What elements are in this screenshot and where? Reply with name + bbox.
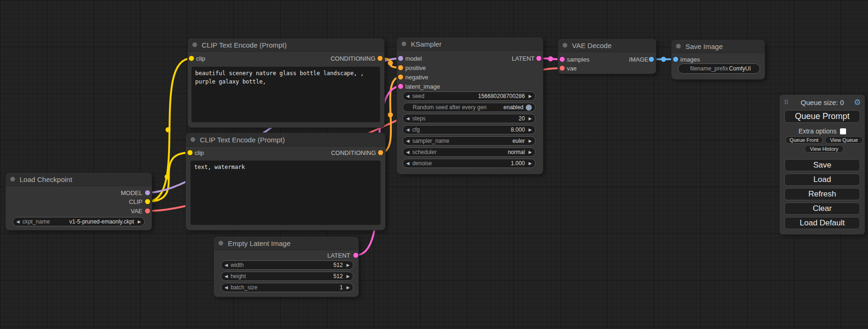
load-default-button[interactable]: Load Default [784, 217, 860, 229]
input-label-negative: negative [405, 74, 428, 81]
input-label-latent-image: latent_image [405, 83, 440, 90]
load-button[interactable]: Load [784, 174, 860, 186]
decrement-arrow-icon[interactable]: ◀ [406, 94, 409, 98]
node-graph-canvas[interactable]: Load Checkpoint MODEL CLIP VAE ◀ ckpt_na… [0, 0, 868, 329]
node-title-bar[interactable]: CLIP Text Encode (Prompt) [186, 133, 385, 147]
increment-arrow-icon[interactable]: ▶ [138, 220, 141, 224]
widget-value: 1 [339, 284, 343, 291]
input-port-negative[interactable] [398, 75, 403, 80]
queue-panel: ⠿ Queue size: 0 ⚙ Queue Prompt Extra opt… [780, 95, 865, 234]
widget-value: 512 [333, 273, 343, 280]
input-port-positive[interactable] [398, 65, 403, 70]
widget-random-seed-toggle[interactable]: Random seed after every gen enabled [402, 103, 536, 112]
output-port-latent[interactable] [536, 56, 542, 61]
increment-arrow-icon[interactable]: ▶ [529, 128, 532, 132]
input-port-latent-image[interactable] [398, 84, 403, 89]
widget-height[interactable]: ◀ height 512 ▶ [221, 272, 353, 281]
input-port-images[interactable] [673, 57, 678, 62]
node-ksampler[interactable]: KSampler model positive negative latent_… [397, 37, 543, 174]
prompt-textarea[interactable]: beautiful scenery nature glass bottle la… [191, 67, 380, 122]
output-port-latent[interactable] [353, 253, 359, 258]
decrement-arrow-icon[interactable]: ◀ [406, 150, 409, 154]
node-clip-text-encode-positive[interactable]: CLIP Text Encode (Prompt) clip CONDITION… [188, 38, 384, 127]
widget-seed[interactable]: ◀ seed 156680208700286 ▶ [402, 91, 536, 101]
output-port-vae[interactable] [145, 209, 150, 214]
save-button[interactable]: Save [784, 159, 860, 171]
output-port-clip[interactable] [145, 199, 150, 204]
widget-value: euler [512, 138, 525, 144]
extra-options-checkbox[interactable] [840, 128, 846, 134]
input-port-vae[interactable] [560, 66, 565, 71]
output-port-conditioning[interactable] [378, 150, 383, 155]
queue-front-button[interactable]: Queue Front [785, 136, 823, 144]
widget-value: normal [508, 149, 525, 155]
increment-arrow-icon[interactable]: ▶ [529, 94, 532, 98]
decrement-arrow-icon[interactable]: ◀ [225, 274, 228, 279]
widget-denoise[interactable]: ◀ denoise 1.000 ▶ [402, 159, 536, 168]
widget-cfg[interactable]: ◀ cfg 8.000 ▶ [402, 125, 536, 134]
node-title-bar[interactable]: KSampler [397, 37, 543, 51]
decrement-arrow-icon[interactable]: ◀ [406, 128, 409, 132]
view-history-button[interactable]: View History [804, 145, 844, 153]
link-midpoint-dot [388, 61, 393, 66]
increment-arrow-icon[interactable]: ▶ [529, 161, 532, 166]
node-title-bar[interactable]: VAE Decode [558, 39, 656, 52]
input-label-images: images [680, 56, 700, 63]
node-empty-latent-image[interactable]: Empty Latent Image LATENT ◀ width 512 ▶ … [214, 237, 359, 297]
link-midpoint-dot [661, 57, 666, 62]
output-port-image[interactable] [649, 57, 654, 62]
node-title-bar[interactable]: CLIP Text Encode (Prompt) [188, 38, 384, 52]
decrement-arrow-icon[interactable]: ◀ [225, 263, 228, 267]
increment-arrow-icon[interactable]: ▶ [529, 117, 532, 121]
output-label-latent: LATENT [512, 55, 535, 62]
view-queue-button[interactable]: View Queue [825, 136, 863, 144]
node-vae-decode[interactable]: VAE Decode samples vae IMAGE [558, 39, 656, 74]
output-port-model[interactable] [145, 190, 150, 196]
output-port-conditioning[interactable] [378, 56, 383, 61]
widget-sampler-name[interactable]: ◀ sampler_name euler ▶ [402, 136, 536, 146]
increment-arrow-icon[interactable]: ▶ [529, 139, 532, 143]
input-port-samples[interactable] [560, 57, 565, 62]
decrement-arrow-icon[interactable]: ◀ [406, 139, 409, 143]
output-label-image: IMAGE [629, 56, 649, 63]
widget-scheduler[interactable]: ◀ scheduler normal ▶ [402, 147, 536, 157]
input-port-clip[interactable] [188, 150, 193, 155]
widget-filename-prefix[interactable]: filename_prefix ComfyUI [678, 63, 760, 74]
node-clip-text-encode-negative[interactable]: CLIP Text Encode (Prompt) clip CONDITION… [186, 133, 385, 230]
toggle-dot[interactable] [526, 105, 532, 111]
node-status-dot [191, 137, 195, 142]
node-title-bar[interactable]: Save Image [671, 40, 765, 53]
node-load-checkpoint[interactable]: Load Checkpoint MODEL CLIP VAE ◀ ckpt_na… [6, 173, 152, 230]
widget-width[interactable]: ◀ width 512 ▶ [221, 260, 353, 270]
node-title-bar[interactable]: Load Checkpoint [6, 173, 152, 186]
node-title: CLIP Text Encode (Prompt) [202, 41, 287, 49]
widget-batch-size[interactable]: ◀ batch_size 1 ▶ [221, 283, 353, 292]
decrement-arrow-icon[interactable]: ◀ [406, 161, 409, 166]
queue-prompt-button[interactable]: Queue Prompt [784, 110, 860, 123]
input-port-model[interactable] [398, 56, 403, 61]
widget-steps[interactable]: ◀ steps 20 ▶ [402, 114, 536, 123]
prompt-textarea[interactable]: text, watermark [191, 161, 381, 225]
node-title-bar[interactable]: Empty Latent Image [214, 237, 359, 250]
increment-arrow-icon[interactable]: ▶ [529, 150, 532, 154]
clear-button[interactable]: Clear [784, 203, 860, 215]
output-label-conditioning: CONDITIONING [331, 149, 376, 156]
decrement-arrow-icon[interactable]: ◀ [406, 117, 409, 121]
increment-arrow-icon[interactable]: ▶ [346, 263, 350, 267]
node-title: KSampler [411, 40, 442, 48]
refresh-button[interactable]: Refresh [784, 188, 860, 200]
input-port-clip[interactable] [189, 56, 194, 61]
decrement-arrow-icon[interactable]: ◀ [225, 286, 228, 290]
decrement-arrow-icon[interactable]: ◀ [16, 220, 20, 224]
link-midpoint-dot [165, 175, 170, 180]
widget-ckpt-name[interactable]: ◀ ckpt_name v1-5-pruned-emaonly.ckpt ▶ [13, 217, 145, 226]
output-label-model: MODEL [121, 189, 142, 196]
increment-arrow-icon[interactable]: ▶ [346, 274, 350, 279]
node-save-image[interactable]: Save Image images filename_prefix ComfyU… [671, 40, 765, 79]
increment-arrow-icon[interactable]: ▶ [346, 286, 350, 290]
node-status-dot [219, 241, 223, 245]
widget-value: v1-5-pruned-emaonly.ckpt [70, 218, 134, 225]
input-label-clip: clip [196, 55, 205, 62]
widget-label: steps [412, 115, 426, 122]
gear-icon[interactable]: ⚙ [854, 98, 861, 107]
